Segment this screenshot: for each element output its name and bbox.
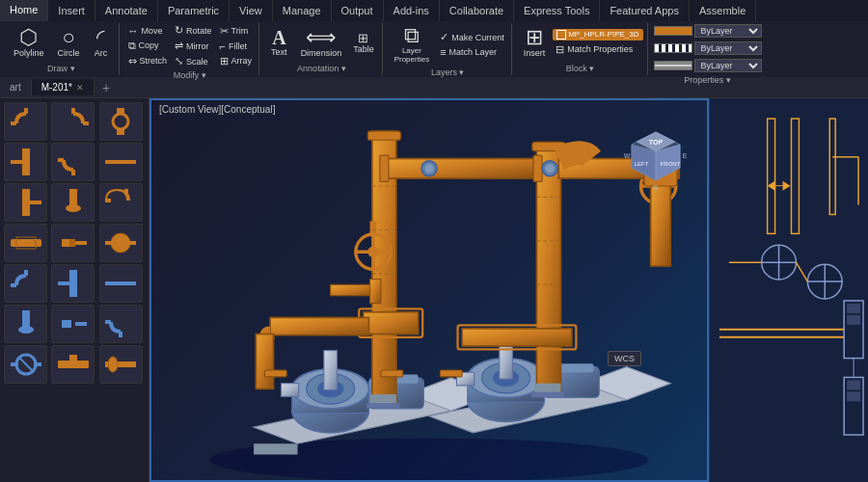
rotate-button[interactable]: ↻Rotate <box>172 23 215 38</box>
svg-point-23 <box>111 233 130 253</box>
insert-label: Insert <box>524 48 546 58</box>
svg-rect-33 <box>62 320 71 328</box>
list-item[interactable] <box>99 345 143 384</box>
doc-tab-art[interactable]: art <box>0 79 32 95</box>
list-item[interactable] <box>4 224 47 262</box>
lineweight-dropdown[interactable]: ByLayer <box>694 59 762 72</box>
text-button[interactable]: A Text <box>265 26 293 59</box>
linetype-dropdown[interactable]: ByLayer <box>694 41 762 55</box>
svg-rect-141 <box>847 315 860 325</box>
svg-point-44 <box>108 357 118 372</box>
list-item[interactable] <box>99 143 143 181</box>
match-properties-button[interactable]: ⊟Match Properties <box>553 42 642 57</box>
list-item[interactable] <box>99 102 143 141</box>
svg-rect-35 <box>119 332 122 337</box>
list-item[interactable] <box>99 264 143 303</box>
ribbon-group-layers: ⧉ LayerProperties ✓Make Current ≡Match L… <box>385 23 512 75</box>
make-current-button[interactable]: ✓Make Current <box>437 30 507 44</box>
tab-featured[interactable]: Featured Apps <box>600 0 690 21</box>
svg-rect-111 <box>531 392 564 398</box>
list-item[interactable] <box>4 143 47 181</box>
polyline-label: Polyline <box>14 48 44 58</box>
viewport[interactable]: [Custom View][Conceptual] TOP LEFT FRONT… <box>149 98 709 482</box>
svg-rect-104 <box>381 370 403 377</box>
ribbon-group-annotation: A Text ⟺ Dimension ⊞ Table Annotation ▾ <box>261 23 383 75</box>
nav-cube[interactable]: TOP LEFT FRONT S W E <box>622 127 690 195</box>
list-item[interactable] <box>51 143 95 181</box>
table-button[interactable]: ⊞ Table <box>349 30 378 56</box>
svg-rect-41 <box>58 361 89 368</box>
svg-rect-83 <box>384 159 537 178</box>
svg-text:W: W <box>624 152 631 159</box>
svg-point-115 <box>424 164 433 173</box>
list-item[interactable] <box>99 305 143 343</box>
color-prop-row: ByLayer <box>654 24 762 38</box>
trim-button[interactable]: ✂Trim <box>217 24 256 39</box>
dimension-button[interactable]: ⟺ Dimension <box>295 25 348 60</box>
doc-tab-m201-close[interactable]: ✕ <box>76 83 84 93</box>
tab-parametric[interactable]: Parametric <box>158 0 230 21</box>
match-layer-button[interactable]: ≡Match Layer <box>437 45 507 59</box>
layer-label: LayerProperties <box>394 46 429 64</box>
tab-addins[interactable]: Add-ins <box>384 0 440 21</box>
color-dropdown[interactable]: ByLayer <box>694 24 762 38</box>
svg-point-89 <box>367 247 378 257</box>
list-item[interactable] <box>99 224 143 262</box>
tab-insert[interactable]: Insert <box>48 0 95 21</box>
polyline-button[interactable]: ⬡ Polyline <box>8 25 50 60</box>
layer-properties-button[interactable]: ⧉ LayerProperties <box>389 23 435 66</box>
list-item[interactable] <box>4 183 47 222</box>
list-item[interactable] <box>4 345 47 384</box>
list-item[interactable] <box>4 102 47 141</box>
mirror-button[interactable]: ⇌Mirror <box>172 39 215 53</box>
polyline-icon: ⬡ <box>19 27 38 48</box>
tab-express[interactable]: Express Tools <box>514 0 600 21</box>
doc-tab-add-button[interactable]: + <box>95 78 118 97</box>
list-item[interactable] <box>4 264 47 303</box>
svg-rect-1 <box>11 121 16 125</box>
fillet-button[interactable]: ⌐Fillet <box>217 40 256 53</box>
svg-rect-36 <box>105 320 111 324</box>
doc-tab-m201[interactable]: M-201* ✕ <box>32 79 95 95</box>
list-item[interactable] <box>51 102 95 141</box>
svg-rect-85 <box>533 155 542 181</box>
tab-home[interactable]: Home <box>0 0 48 21</box>
svg-rect-143 <box>847 380 860 389</box>
tab-collaborate[interactable]: Collaborate <box>440 0 514 21</box>
svg-rect-5 <box>117 108 124 114</box>
tab-annotate[interactable]: Annotate <box>95 0 158 21</box>
arc-button[interactable]: ◜ Arc <box>88 25 115 60</box>
insert-icon: ⊞ <box>526 27 543 48</box>
list-item[interactable] <box>51 305 95 343</box>
svg-marker-58 <box>254 443 297 454</box>
stretch-button[interactable]: ⇔Stretch <box>125 54 171 68</box>
svg-rect-10 <box>58 158 64 162</box>
wcs-label: WCS <box>608 351 641 366</box>
move-button[interactable]: ↔Move <box>125 24 171 38</box>
color-swatch[interactable] <box>654 26 692 36</box>
array-button[interactable]: ⊞Array <box>217 54 256 68</box>
svg-rect-103 <box>264 370 286 377</box>
list-item[interactable] <box>51 264 95 303</box>
ribbon-group-block: ⊞ Insert MP_HPLR-PIPE_3D ⊟Match Properti… <box>514 23 648 75</box>
list-item[interactable] <box>51 345 95 384</box>
list-item[interactable] <box>51 224 95 262</box>
copy-button[interactable]: ⧉Copy <box>125 39 171 53</box>
circle-button[interactable]: ○ Circle <box>52 25 86 60</box>
svg-rect-11 <box>105 160 136 164</box>
tab-manage[interactable]: Manage <box>273 0 332 21</box>
insert-button[interactable]: ⊞ Insert <box>518 25 552 60</box>
table-label: Table <box>353 44 374 54</box>
list-item[interactable] <box>51 183 95 222</box>
left-panel <box>0 98 149 482</box>
tab-output[interactable]: Output <box>332 0 384 21</box>
tab-assemble[interactable]: Assemble <box>690 0 756 21</box>
scale-button[interactable]: ⤡Scale <box>172 54 215 68</box>
table-icon: ⊞ <box>358 32 368 44</box>
list-item[interactable] <box>99 183 143 222</box>
svg-rect-3 <box>83 121 89 125</box>
svg-rect-84 <box>380 155 389 181</box>
list-item[interactable] <box>4 305 47 343</box>
svg-rect-112 <box>331 284 374 295</box>
tab-view[interactable]: View <box>230 0 273 21</box>
